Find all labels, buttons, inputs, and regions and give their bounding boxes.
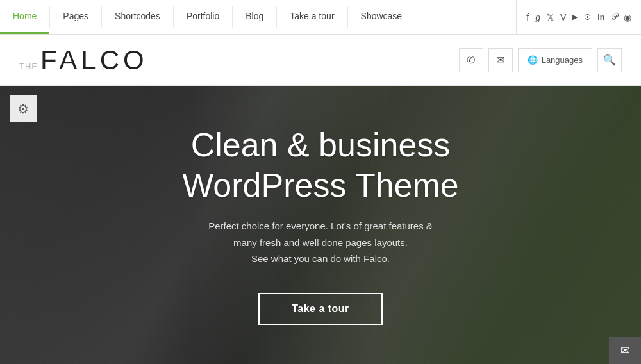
language-label: Languages (542, 55, 583, 65)
social-other[interactable]: ◉ (624, 12, 631, 22)
gear-icon: ⚙ (17, 101, 29, 117)
logo-the: THE (19, 62, 38, 71)
phone-button[interactable]: ✆ (459, 48, 483, 72)
social-pinterest[interactable]: 𝒫 (611, 12, 617, 22)
email-icon: ✉ (496, 54, 504, 66)
nav-item-showcase[interactable]: Showcase (348, 0, 415, 34)
search-button[interactable]: 🔍 (597, 48, 622, 72)
social-facebook[interactable]: f (526, 12, 529, 22)
nav-item-home[interactable]: Home (0, 0, 49, 34)
globe-icon: 🌐 (528, 55, 538, 65)
site-header: THE FALCO ✆ ✉ 🌐 Languages 🔍 (0, 35, 641, 86)
email-button[interactable]: ✉ (488, 48, 513, 72)
nav-item-portfolio[interactable]: Portfolio (174, 0, 232, 34)
logo-main: FALCO (40, 45, 148, 76)
logo: THE FALCO (19, 45, 148, 76)
top-navigation: Home Pages Shortcodes Portfolio Blog Tak… (0, 0, 641, 35)
social-icons-bar: f g 𝕏 V ▶ ⦿ in 𝒫 ◉ (516, 0, 641, 34)
phone-icon: ✆ (467, 54, 475, 66)
envelope-icon: ✉ (620, 343, 630, 358)
settings-widget[interactable]: ⚙ (10, 95, 37, 122)
social-flickr[interactable]: ⦿ (584, 13, 591, 21)
header-actions: ✆ ✉ 🌐 Languages 🔍 (459, 48, 622, 72)
social-twitter[interactable]: 𝕏 (547, 12, 554, 22)
hero-email-widget[interactable]: ✉ (609, 337, 641, 364)
hero-section: ⚙ Clean & business WordPress Theme Perfe… (0, 86, 641, 364)
social-google[interactable]: g (535, 12, 540, 22)
hero-title-line1: Clean & business (191, 126, 451, 163)
social-youtube[interactable]: ▶ (572, 13, 578, 21)
nav-item-shortcodes[interactable]: Shortcodes (102, 0, 173, 34)
nav-item-blog[interactable]: Blog (233, 0, 276, 34)
social-linkedin[interactable]: in (597, 13, 604, 22)
nav-item-take-a-tour[interactable]: Take a tour (277, 0, 347, 34)
language-button[interactable]: 🌐 Languages (518, 48, 592, 72)
hero-subtitle: Perfect choice for everyone. Lot's of gr… (208, 218, 433, 267)
hero-cta-button[interactable]: Take a tour (258, 293, 383, 325)
search-icon: 🔍 (603, 54, 616, 66)
hero-title: Clean & business WordPress Theme (182, 125, 459, 205)
hero-content: Clean & business WordPress Theme Perfect… (0, 86, 641, 364)
hero-title-line2: WordPress Theme (182, 167, 459, 204)
social-vimeo[interactable]: V (560, 12, 566, 22)
nav-item-pages[interactable]: Pages (50, 0, 101, 34)
nav-links: Home Pages Shortcodes Portfolio Blog Tak… (0, 0, 516, 34)
